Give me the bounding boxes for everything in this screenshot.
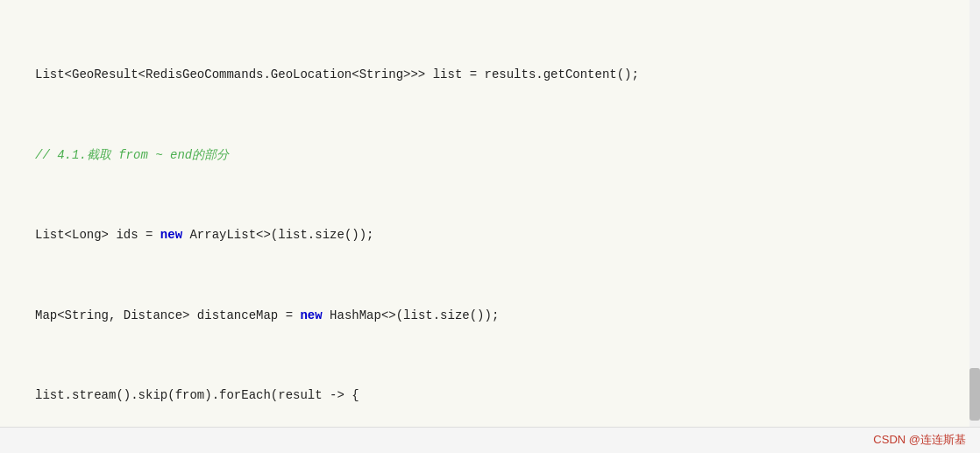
line-4: Map<String, Distance> distanceMap = new …	[26, 305, 980, 326]
code-container: List<GeoResult<RedisGeoCommands.GeoLocat…	[0, 0, 980, 453]
line-2: // 4.1.截取 from ~ end的部分	[26, 145, 980, 166]
line-3: List<Long> ids = new ArrayList<>(list.si…	[26, 224, 980, 245]
csdn-watermark: CSDN @连连斯基	[873, 431, 966, 449]
line-5: list.stream().skip(from).forEach(result …	[26, 385, 980, 406]
scrollbar-track	[969, 0, 980, 427]
bottom-bar: CSDN @连连斯基	[0, 427, 980, 453]
code-block: List<GeoResult<RedisGeoCommands.GeoLocat…	[0, 0, 980, 453]
line-1: List<GeoResult<RedisGeoCommands.GeoLocat…	[26, 64, 980, 85]
scrollbar-thumb[interactable]	[969, 368, 980, 421]
